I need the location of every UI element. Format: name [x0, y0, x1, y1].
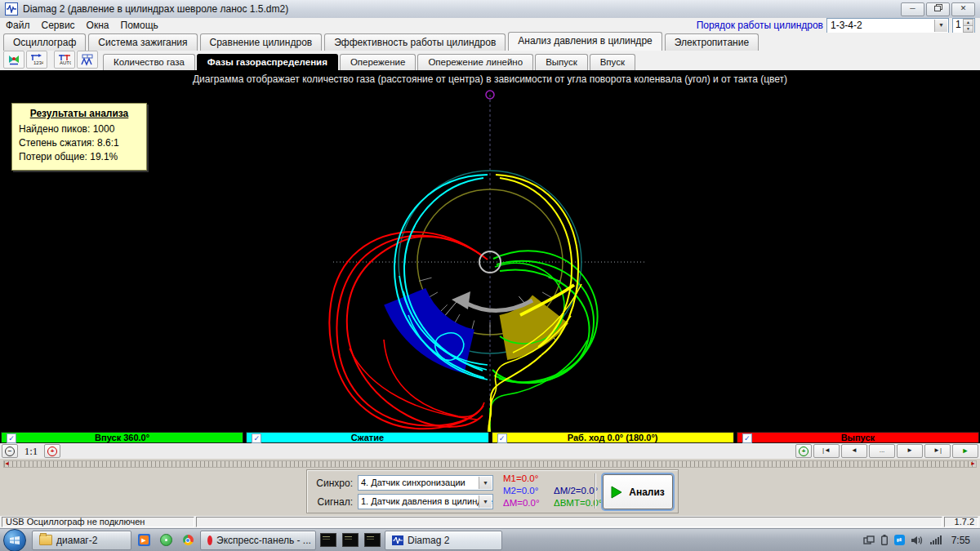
next-page-button[interactable]: ►	[897, 444, 923, 458]
legend-power[interactable]: ✓ Раб. ход 0.0° (180.0°)	[492, 432, 734, 443]
subtab-advance-linear[interactable]: Опережение линейно	[417, 54, 533, 70]
taskbar-media-player[interactable]: ▶	[134, 531, 154, 549]
marker-measurements: M1=0.0° M2=0.0°ΔM/2=0.0° ΔM=0.0°ΔВМТ=0.0…	[503, 473, 602, 509]
tab-cylinder-comparison[interactable]: Сравнение цилиндров	[200, 33, 323, 51]
signal-value: 1. Датчик давления в цилиндре	[359, 495, 492, 508]
cylinder-spinner[interactable]: 1 ▲ ▼	[952, 18, 975, 33]
check-icon: ✓	[253, 434, 260, 442]
last-page-button[interactable]: ►|	[924, 444, 951, 458]
menu-help[interactable]: Помощь	[115, 19, 164, 32]
play-button[interactable]: ►	[952, 444, 978, 458]
close-icon: ✕	[960, 4, 967, 12]
checkbox-power[interactable]: ✓	[497, 433, 507, 443]
opera-icon	[207, 535, 212, 545]
horizontal-scrollbar[interactable]: ◄ ►	[3, 460, 977, 468]
restore-button[interactable]	[926, 2, 950, 16]
taskbar-console-3[interactable]	[363, 531, 382, 549]
scroll-left-icon[interactable]: ◄	[4, 460, 10, 466]
subtab-advance[interactable]: Опережение	[340, 54, 416, 70]
firing-order-select[interactable]: 1-3-4-2 ▼	[826, 18, 949, 33]
analyze-button[interactable]: Анализ	[603, 474, 673, 509]
check-icon: ✓	[499, 434, 506, 442]
taskbar-item-opera[interactable]: Экспресс-панель - ...	[200, 531, 316, 550]
checkbox-compression[interactable]: ✓	[252, 433, 261, 443]
taskbar-console-2[interactable]	[341, 531, 360, 549]
taskbar-console-1[interactable]	[318, 531, 338, 549]
signal-select[interactable]: 1. Датчик давления в цилиндре ▼	[358, 494, 493, 509]
desktop: Diamag 2 (давление в цилиндрах шевроле л…	[0, 0, 980, 551]
subtab-exhaust[interactable]: Выпуск	[535, 54, 588, 70]
diamag-icon	[392, 535, 403, 545]
app-icon	[5, 2, 18, 16]
checkbox-intake[interactable]: ✓	[7, 433, 16, 443]
taskbar-chrome[interactable]	[178, 531, 198, 549]
taskbar-network-app[interactable]	[156, 531, 176, 549]
results-peaks: Найдено пиков: 1000	[19, 122, 140, 136]
network-signal-icon[interactable]	[930, 536, 942, 544]
battery-icon[interactable]	[881, 535, 888, 545]
chevron-down-icon[interactable]: ▼	[479, 495, 492, 508]
legend-compression-label: Сжатие	[351, 433, 384, 442]
zoom-out-icon: −	[5, 447, 15, 456]
subtab-intake[interactable]: Впуск	[590, 54, 635, 70]
media-player-icon: ▶	[138, 534, 150, 546]
add-button[interactable]: +	[795, 444, 812, 458]
results-total-losses: Потери общие: 19.1%	[19, 150, 140, 164]
speaker-icon[interactable]	[911, 535, 924, 545]
menu-service[interactable]: Сервис	[36, 19, 81, 32]
sync-select[interactable]: 4. Датчик синхронизации ▼	[358, 475, 493, 491]
tab-cylinder-pressure-analysis[interactable]: Анализ давления в цилиндре	[508, 32, 662, 51]
zoom-out-button[interactable]: −	[2, 444, 18, 458]
chevron-down-icon[interactable]: ▼	[479, 477, 492, 489]
scope-display-button[interactable]	[3, 51, 24, 69]
legend-exhaust[interactable]: ✓ Выпуск	[737, 432, 979, 443]
taskbar-item-folder[interactable]: диамаг-2	[32, 531, 131, 550]
markers-auto-button[interactable]: AUTO	[54, 51, 75, 69]
tab-ignition-system[interactable]: Система зажигания	[88, 33, 197, 51]
subtab-valve-timing[interactable]: Фазы газораспределения	[197, 54, 338, 70]
menu-bar: Файл Сервис Окна Помощь Порядок работы ц…	[0, 18, 980, 33]
tab-power-supply[interactable]: Электропитание	[665, 33, 759, 51]
subtab-gas-quantity[interactable]: Количество газа	[103, 54, 195, 70]
zoom-in-button[interactable]: +	[44, 444, 60, 458]
signal-group-box: Синхро: 4. Датчик синхронизации ▼ Сигнал…	[306, 469, 679, 513]
svg-text:AUTO: AUTO	[60, 60, 71, 65]
menu-windows[interactable]: Окна	[81, 19, 115, 32]
main-tab-bar: Осциллограф Система зажигания Сравнение …	[0, 33, 980, 51]
console-icon	[342, 533, 359, 547]
markers-1234-button[interactable]: 1234	[26, 51, 47, 69]
more-pages-button[interactable]: ...	[869, 444, 895, 458]
zoom-scale-label: 1:1	[20, 445, 42, 458]
devices-icon[interactable]	[863, 535, 875, 545]
sub-tab-bar: 1234 AUTO Количество газа Фазы газораспр…	[0, 51, 980, 70]
chart-area: Диаграмма отображает количество газа (ра…	[0, 70, 980, 432]
teamviewer-icon[interactable]: ⇄	[894, 535, 905, 545]
minimize-button[interactable]: ─	[901, 2, 924, 16]
legend-compression[interactable]: ✓ Сжатие	[246, 432, 488, 443]
system-tray: ⇄ 7:55	[863, 535, 977, 546]
taskbar-clock[interactable]: 7:55	[951, 535, 970, 546]
taskbar-folder-label: диамаг-2	[56, 535, 97, 546]
waveform-table-button[interactable]	[77, 51, 98, 69]
menu-file[interactable]: Файл	[0, 19, 36, 32]
checkbox-exhaust[interactable]: ✓	[742, 433, 752, 443]
zoom-in-icon: +	[47, 447, 57, 456]
rotation-arrow-head	[452, 291, 470, 309]
legend-exhaust-label: Выпуск	[841, 433, 875, 442]
first-page-button[interactable]: |◄	[813, 444, 840, 458]
firing-order-value: 1-3-4-2	[827, 19, 948, 32]
previous-page-button[interactable]: ◄	[841, 444, 867, 458]
taskbar-item-diamag[interactable]: Diamag 2	[385, 531, 502, 550]
close-button[interactable]: ✕	[951, 2, 975, 16]
tab-oscillograph[interactable]: Осциллограф	[3, 33, 86, 51]
start-button[interactable]	[3, 529, 26, 551]
folder-icon	[39, 535, 52, 545]
scroll-right-icon[interactable]: ►	[970, 460, 976, 466]
console-icon	[364, 533, 381, 547]
measure-m2: M2=0.0°	[503, 485, 554, 497]
tab-cylinder-efficiency[interactable]: Эффективность работы цилиндров	[324, 33, 506, 51]
chevron-down-icon[interactable]: ▼	[934, 20, 947, 32]
legend-intake[interactable]: ✓ Впуск 360.0°	[1, 432, 243, 443]
spin-down-icon[interactable]: ▼	[963, 25, 973, 33]
navigation-row: − 1:1 + + |◄ ◄ ... ► ►| ►	[0, 443, 980, 460]
